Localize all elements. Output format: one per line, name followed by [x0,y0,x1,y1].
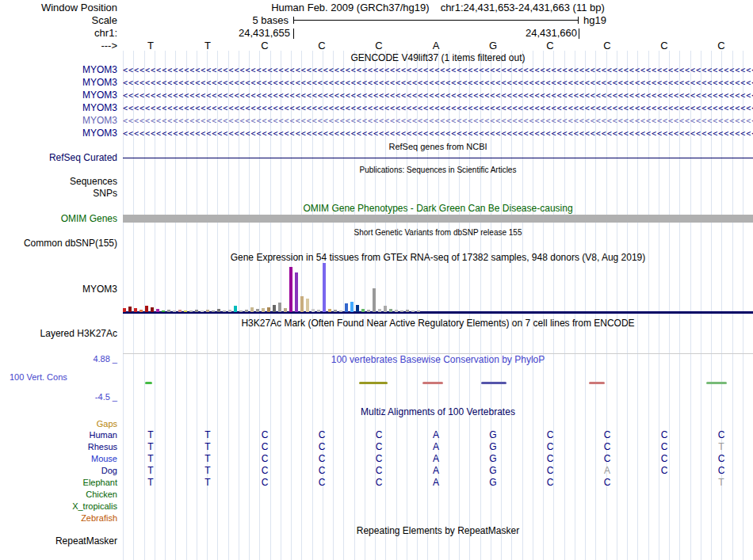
alignment-base: A [430,453,441,464]
gtex-bar[interactable] [417,310,420,312]
multiz-species-label[interactable]: Rhesus [0,442,117,451]
gtex-bar[interactable] [145,306,148,312]
gtex-bar[interactable] [128,307,132,312]
gtex-bar[interactable] [411,310,415,312]
gtex-bar[interactable] [356,305,359,312]
refseq-gene-line[interactable] [123,158,753,158]
gtex-bar[interactable] [201,310,204,312]
track-label-100-vert-cons[interactable]: 100 Vert. Cons [0,372,119,382]
gtex-bar[interactable] [367,310,370,312]
track-label-gtex-myom3[interactable]: MYOM3 [0,284,117,295]
gtex-bar[interactable] [151,307,154,312]
gtex-bar[interactable] [245,310,248,312]
base-letter: C [316,40,327,51]
track-label-repeatmasker[interactable]: RepeatMasker [0,535,117,547]
gtex-bar[interactable] [300,296,304,312]
track-label-layered-h3k27ac[interactable]: Layered H3K27Ac [0,328,117,339]
track-title-gtex: Gene Expression in 54 tissues from GTEx … [123,252,753,263]
track-label-sequences[interactable]: Sequences [0,176,117,187]
gtex-bar[interactable] [339,310,342,312]
gene-transcript-row[interactable]: <<<<<<<<<<<<<<<<<<<<<<<<<<<<<<<<<<<<<<<<… [123,78,753,88]
gene-transcript-row[interactable]: <<<<<<<<<<<<<<<<<<<<<<<<<<<<<<<<<<<<<<<<… [123,103,753,113]
gtex-bar[interactable] [195,310,198,312]
alignment-base: G [487,465,499,476]
gene-label-myom3[interactable]: MYOM3 [0,90,117,101]
track-label-common-dbsnp[interactable]: Common dbSNP(155) [0,238,117,249]
gtex-bar[interactable] [250,307,254,312]
base-letter: G [487,40,499,51]
gtex-bar[interactable] [378,309,381,312]
scale-bar-right-cap [578,17,579,24]
gtex-bar[interactable] [217,309,220,312]
gtex-bar[interactable] [306,299,309,312]
gene-label-myom3[interactable]: MYOM3 [0,77,117,88]
gtex-bar[interactable] [189,310,193,312]
gene-transcript-row[interactable]: <<<<<<<<<<<<<<<<<<<<<<<<<<<<<<<<<<<<<<<<… [123,116,753,126]
gtex-bar[interactable] [239,310,243,312]
omim-gene-bar[interactable] [123,215,753,223]
position-range: chr1:24,431,653-24,431,663 (11 bp) [441,2,605,13]
gtex-bar[interactable] [389,309,392,312]
alignment-base: C [259,465,270,476]
gtex-bar[interactable] [406,310,409,312]
gtex-bar[interactable] [278,303,281,312]
gtex-bar[interactable] [323,263,326,312]
strand-arrow-label[interactable]: ---> [0,40,117,51]
multiz-species-label[interactable]: Dog [0,466,117,475]
gtex-bar[interactable] [234,306,237,312]
gtex-bar[interactable] [228,310,231,312]
multiz-species-label[interactable]: Elephant [0,478,117,487]
gtex-bar[interactable] [256,309,259,312]
gtex-bar[interactable] [140,310,143,312]
gtex-bar[interactable] [162,310,165,312]
gtex-bar[interactable] [178,310,182,312]
coordinate-right-tick [579,29,579,39]
gtex-bar[interactable] [134,308,137,312]
gene-transcript-row[interactable]: <<<<<<<<<<<<<<<<<<<<<<<<<<<<<<<<<<<<<<<<… [123,128,753,139]
gtex-bar[interactable] [289,267,292,312]
multiz-species-label[interactable]: X_tropicalis [0,501,117,511]
gtex-bar[interactable] [212,310,215,312]
track-label-refseq-curated[interactable]: RefSeq Curated [0,152,117,163]
gtex-bar[interactable] [345,303,348,312]
gtex-bar[interactable] [262,308,265,312]
gtex-bar[interactable] [317,310,320,312]
track-label-omim-genes[interactable]: OMIM Genes [0,213,117,224]
gtex-bar[interactable] [123,308,126,312]
gene-transcript-row[interactable]: <<<<<<<<<<<<<<<<<<<<<<<<<<<<<<<<<<<<<<<<… [123,90,753,101]
gtex-bar[interactable] [206,310,209,312]
gtex-bar[interactable] [384,306,387,312]
multiz-species-label[interactable]: Chicken [0,490,117,499]
gtex-bar[interactable] [350,302,354,312]
gtex-bar[interactable] [167,310,170,312]
gtex-bar[interactable] [284,308,287,312]
gene-label-myom3[interactable]: MYOM3 [0,102,117,113]
gtex-bar[interactable] [273,305,276,312]
gtex-bar[interactable] [184,310,187,312]
alignment-base: C [259,429,270,440]
gtex-bar[interactable] [295,272,298,312]
gtex-bar[interactable] [312,309,315,312]
gene-label-myom3[interactable]: MYOM3 [0,115,117,126]
gtex-bar[interactable] [373,288,376,312]
gtex-bar[interactable] [400,310,403,312]
gtex-bar[interactable] [328,309,331,312]
alignment-base: T [716,477,727,488]
gtex-bar[interactable] [267,307,270,312]
gtex-bar[interactable] [223,310,226,312]
multiz-species-label[interactable]: Gaps [0,419,117,429]
gtex-bar[interactable] [361,309,365,312]
track-label-snps[interactable]: SNPs [0,188,117,199]
multiz-species-label[interactable]: Zebrafish [0,513,117,523]
gene-transcript-row[interactable]: <<<<<<<<<<<<<<<<<<<<<<<<<<<<<<<<<<<<<<<<… [123,65,753,75]
gtex-bar[interactable] [395,310,398,312]
gtex-bar[interactable] [334,310,337,312]
gene-label-myom3[interactable]: MYOM3 [0,128,117,139]
multiz-species-label[interactable]: Human [0,430,117,440]
gene-label-myom3[interactable]: MYOM3 [0,64,117,75]
alignment-base: C [316,441,327,452]
gtex-bar[interactable] [173,310,176,312]
alignment-base: C [602,477,613,488]
multiz-species-label[interactable]: Mouse [0,454,117,463]
gtex-bar[interactable] [156,309,159,312]
